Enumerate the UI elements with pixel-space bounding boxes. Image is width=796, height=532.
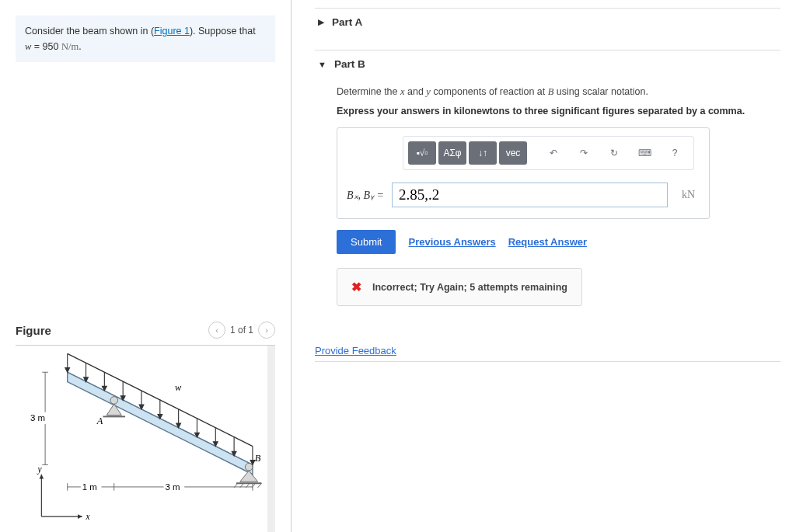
problem-prefix: Consider the beam shown in ( — [25, 26, 154, 37]
previous-answers-link[interactable]: Previous Answers — [408, 236, 495, 248]
axis-y-label: y — [37, 464, 43, 475]
vector-button[interactable]: vec — [499, 141, 527, 165]
figure-panel: Figure ‹ 1 of 1 › x y — [16, 315, 275, 532]
figure-next-button[interactable]: › — [258, 322, 275, 339]
instruction-text: Express your answers in kilonewtons to t… — [337, 106, 777, 116]
problem-eq: = 950 — [31, 41, 61, 52]
svg-marker-1 — [78, 514, 82, 519]
load-arrows — [65, 353, 255, 464]
figure-pager: 1 of 1 — [230, 325, 253, 336]
figure-link[interactable]: Figure 1 — [154, 26, 190, 37]
dim-1m: 1 m — [82, 482, 97, 492]
load-label: w — [175, 382, 182, 393]
subscript-button[interactable]: ↓↑ — [469, 141, 497, 165]
svg-marker-8 — [68, 372, 253, 475]
greek-button[interactable]: ΑΣφ — [438, 141, 466, 165]
svg-marker-3 — [39, 475, 44, 479]
feedback-box: ✖ Incorrect; Try Again; 5 attempts remai… — [337, 268, 582, 306]
help-button[interactable]: ? — [661, 141, 689, 165]
request-answer-link[interactable]: Request Answer — [508, 236, 587, 248]
keyboard-button[interactable]: ⌨ — [630, 141, 658, 165]
answer-unit: kN — [682, 189, 700, 201]
part-b-header[interactable]: ▼ Part B — [315, 50, 780, 78]
support-A-label: A — [96, 416, 103, 426]
template-button[interactable]: ▪√▫ — [408, 141, 436, 165]
problem-suffix: ). Suppose that — [190, 26, 256, 37]
submit-button[interactable]: Submit — [337, 230, 396, 254]
reset-button[interactable]: ↻ — [600, 141, 628, 165]
answer-input[interactable] — [392, 183, 668, 207]
support-B-label: B — [255, 453, 261, 464]
dim-height: 3 m — [30, 413, 45, 422]
part-a-label: Part A — [332, 16, 362, 28]
figure-title: Figure — [16, 324, 51, 337]
axis-x-label: x — [86, 512, 90, 521]
provide-feedback-link[interactable]: Provide Feedback — [315, 345, 396, 356]
problem-period: . — [79, 41, 81, 52]
answer-box: ▪√▫ ΑΣφ ↓↑ vec ↶ ↷ ↻ ⌨ ? Bₓ, Bᵧ = — [337, 127, 710, 219]
problem-statement: Consider the beam shown in (Figure 1). S… — [16, 16, 275, 62]
part-b-label: Part B — [334, 58, 365, 70]
svg-marker-37 — [240, 471, 258, 482]
svg-marker-12 — [65, 368, 70, 373]
collapse-icon: ▼ — [318, 60, 326, 69]
part-b-body: Determine the x and y components of reac… — [315, 78, 780, 320]
undo-button[interactable]: ↶ — [539, 141, 567, 165]
question-text: Determine the x and y components of reac… — [337, 84, 777, 99]
redo-button[interactable]: ↷ — [570, 141, 598, 165]
error-icon: ✖ — [351, 280, 361, 294]
part-a-header[interactable]: ▶ Part A — [315, 8, 780, 36]
expand-icon: ▶ — [318, 17, 324, 27]
problem-unit: N/m — [61, 41, 79, 52]
svg-point-36 — [245, 463, 253, 471]
svg-point-33 — [110, 397, 118, 405]
dim-3m: 3 m — [165, 482, 180, 492]
figure-image: x y 3 m — [16, 346, 275, 532]
feedback-text: Incorrect; Try Again; 5 attempts remaini… — [372, 282, 567, 293]
answer-label: Bₓ, Bᵧ = — [347, 189, 384, 202]
equation-toolbar: ▪√▫ ΑΣφ ↓↑ vec ↶ ↷ ↻ ⌨ ? — [403, 136, 694, 170]
figure-prev-button[interactable]: ‹ — [208, 322, 225, 339]
